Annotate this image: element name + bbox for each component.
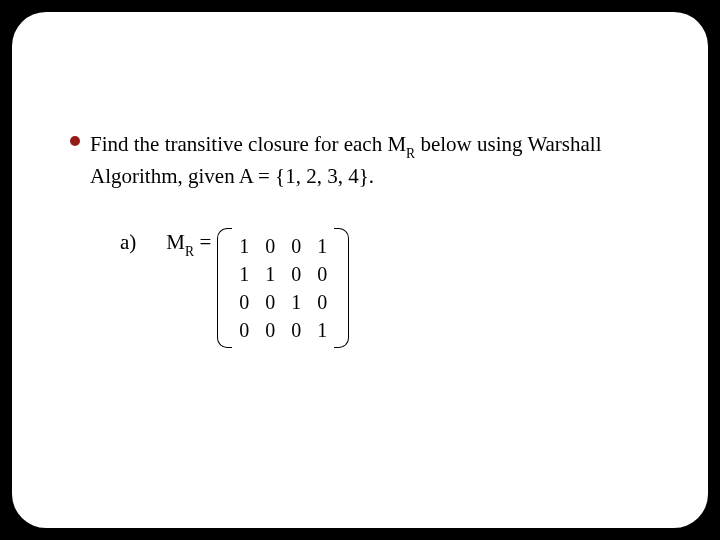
table-row: 0 0 1 0 [231, 288, 335, 316]
problem-statement: Find the transitive closure for each MR … [90, 132, 602, 188]
matrix-cell: 1 [231, 232, 257, 260]
problem-subscript: R [406, 146, 415, 161]
slide-card: Find the transitive closure for each MR … [12, 12, 708, 528]
mr-equals: = [194, 230, 211, 254]
table-row: 1 0 0 1 [231, 232, 335, 260]
matrix-cell: 1 [257, 260, 283, 288]
mr-subscript: R [185, 244, 194, 259]
matrix-cell: 0 [309, 288, 335, 316]
matrix-brackets: 1 0 0 1 1 1 0 0 0 0 1 0 0 [217, 230, 349, 346]
matrix-cell: 1 [309, 232, 335, 260]
part-a: a) MR = 1 0 0 1 1 1 0 0 0 0 [120, 230, 349, 346]
table-row: 0 0 0 1 [231, 316, 335, 344]
matrix-cell: 0 [283, 316, 309, 344]
matrix-cell: 0 [257, 288, 283, 316]
table-row: 1 1 0 0 [231, 260, 335, 288]
matrix-cell: 0 [257, 232, 283, 260]
matrix-name: MR = [166, 230, 211, 258]
matrix-cell: 0 [309, 260, 335, 288]
matrix-cell: 1 [231, 260, 257, 288]
part-label: a) [120, 230, 136, 255]
matrix-cell: 0 [283, 260, 309, 288]
matrix-cell: 1 [283, 288, 309, 316]
matrix-cell: 0 [231, 316, 257, 344]
matrix-cell: 1 [309, 316, 335, 344]
matrix-cell: 0 [257, 316, 283, 344]
matrix-cell: 0 [283, 232, 309, 260]
slide-content: Find the transitive closure for each MR … [90, 130, 668, 190]
matrix-cell: 0 [231, 288, 257, 316]
problem-text-part1: Find the transitive closure for each M [90, 132, 406, 156]
matrix: 1 0 0 1 1 1 0 0 0 0 1 0 0 [231, 232, 335, 344]
mr-letter: M [166, 230, 185, 254]
bullet-item: Find the transitive closure for each MR … [90, 130, 668, 190]
bullet-icon [70, 136, 80, 146]
